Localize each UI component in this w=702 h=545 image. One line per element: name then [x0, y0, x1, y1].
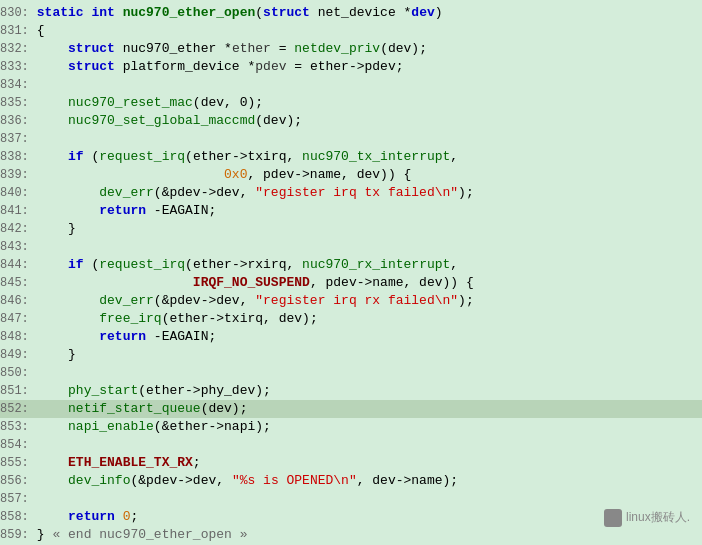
line-code: dev_err(&pdev->dev, "register irq rx fai… — [37, 292, 702, 310]
plain-text — [37, 509, 68, 524]
line-number: 834: — [0, 76, 37, 94]
line-number: 856: — [0, 472, 37, 490]
plain-text — [115, 509, 123, 524]
function-call: request_irq — [99, 149, 185, 164]
code-line: 831:{ — [0, 22, 702, 40]
code-line: 839: 0x0, pdev->name, dev)) { — [0, 166, 702, 184]
plain-text: (dev); — [201, 401, 248, 416]
plain-text: (ether->rxirq, — [185, 257, 302, 272]
line-code — [37, 364, 702, 382]
line-number: 855: — [0, 454, 37, 472]
plain-text: , — [450, 149, 458, 164]
plain-text: (ether->txirq, dev); — [162, 311, 318, 326]
keyword: return — [99, 329, 146, 344]
keyword: int — [91, 5, 114, 20]
plain-text — [37, 329, 99, 344]
plain-text: } — [37, 347, 76, 362]
line-number: 840: — [0, 184, 37, 202]
code-line: 850: — [0, 364, 702, 382]
plain-text: { — [37, 23, 45, 38]
line-code: { — [37, 22, 702, 40]
line-number: 842: — [0, 220, 37, 238]
plain-text: (&ether->napi); — [154, 419, 271, 434]
code-line: 830:static int nuc970_ether_open(struct … — [0, 4, 702, 22]
line-number: 844: — [0, 256, 37, 274]
comment: « end nuc970_ether_open » — [52, 527, 247, 542]
keyword: if — [68, 257, 84, 272]
code-line: 843: — [0, 238, 702, 256]
plain-text: (dev, 0); — [193, 95, 263, 110]
code-line: 838: if (request_irq(ether->txirq, nuc97… — [0, 148, 702, 166]
code-line: 837: — [0, 130, 702, 148]
plain-text — [37, 167, 224, 182]
plain-text — [37, 293, 99, 308]
plain-text — [37, 455, 68, 470]
plain-text: -EAGAIN; — [146, 329, 216, 344]
line-number: 845: — [0, 274, 37, 292]
plain-text — [37, 41, 68, 56]
line-code: free_irq(ether->txirq, dev); — [37, 310, 702, 328]
watermark-icon — [604, 509, 622, 527]
line-code — [37, 436, 702, 454]
line-code — [37, 130, 702, 148]
line-number: 838: — [0, 148, 37, 166]
plain-text: platform_device * — [115, 59, 255, 74]
plain-text: = ether->pdev; — [287, 59, 404, 74]
plain-text — [37, 185, 99, 200]
line-number: 846: — [0, 292, 37, 310]
plain-text: ); — [458, 293, 474, 308]
code-line: 856: dev_info(&pdev->dev, "%s is OPENED\… — [0, 472, 702, 490]
function-call: netdev_priv — [294, 41, 380, 56]
keyword: if — [68, 149, 84, 164]
code-line: 849: } — [0, 346, 702, 364]
line-code: } — [37, 220, 702, 238]
variable: ether — [232, 41, 271, 56]
line-code: netif_start_queue(dev); — [37, 400, 702, 418]
plain-text — [37, 113, 68, 128]
line-code: if (request_irq(ether->rxirq, nuc970_rx_… — [37, 256, 702, 274]
line-code: return -EAGAIN; — [37, 202, 702, 220]
function-call: nuc970_rx_interrupt — [302, 257, 450, 272]
line-code: 0x0, pdev->name, dev)) { — [37, 166, 702, 184]
line-number: 836: — [0, 112, 37, 130]
string-literal: "register irq rx failed\n" — [255, 293, 458, 308]
plain-text: , — [450, 257, 458, 272]
line-number: 843: — [0, 238, 37, 256]
line-code: return 0; — [37, 508, 702, 526]
code-line: 852: netif_start_queue(dev); — [0, 400, 702, 418]
plain-text: , dev->name); — [357, 473, 458, 488]
watermark: linux搬砖人. — [604, 509, 690, 527]
plain-text: (ether->phy_dev); — [138, 383, 271, 398]
plain-text — [37, 59, 68, 74]
function-call: netif_start_queue — [68, 401, 201, 416]
code-line: 833: struct platform_device *pdev = ethe… — [0, 58, 702, 76]
line-code — [37, 238, 702, 256]
plain-text: ( — [84, 149, 100, 164]
code-line: 857: — [0, 490, 702, 508]
function-call: phy_start — [68, 383, 138, 398]
function-call: dev_err — [99, 293, 154, 308]
code-line: 855: ETH_ENABLE_TX_RX; — [0, 454, 702, 472]
line-code: if (request_irq(ether->txirq, nuc970_tx_… — [37, 148, 702, 166]
plain-text — [115, 5, 123, 20]
line-code: napi_enable(&ether->napi); — [37, 418, 702, 436]
line-code: ETH_ENABLE_TX_RX; — [37, 454, 702, 472]
plain-text: ( — [255, 5, 263, 20]
plain-text: (ether->txirq, — [185, 149, 302, 164]
keyword: struct — [263, 5, 310, 20]
code-line: 845: IRQF_NO_SUSPEND, pdev->name, dev)) … — [0, 274, 702, 292]
plain-text: nuc970_ether * — [115, 41, 232, 56]
plain-text: (dev); — [255, 113, 302, 128]
plain-text — [37, 419, 68, 434]
line-code — [37, 76, 702, 94]
line-number: 832: — [0, 40, 37, 58]
plain-text: ; — [193, 455, 201, 470]
function-call: nuc970_reset_mac — [68, 95, 193, 110]
line-number: 835: — [0, 94, 37, 112]
string-literal: "register irq tx failed\n" — [255, 185, 458, 200]
line-code: } — [37, 346, 702, 364]
line-code: struct nuc970_ether *ether = netdev_priv… — [37, 40, 702, 58]
function-call: free_irq — [99, 311, 161, 326]
line-number: 833: — [0, 58, 37, 76]
code-line: 847: free_irq(ether->txirq, dev); — [0, 310, 702, 328]
